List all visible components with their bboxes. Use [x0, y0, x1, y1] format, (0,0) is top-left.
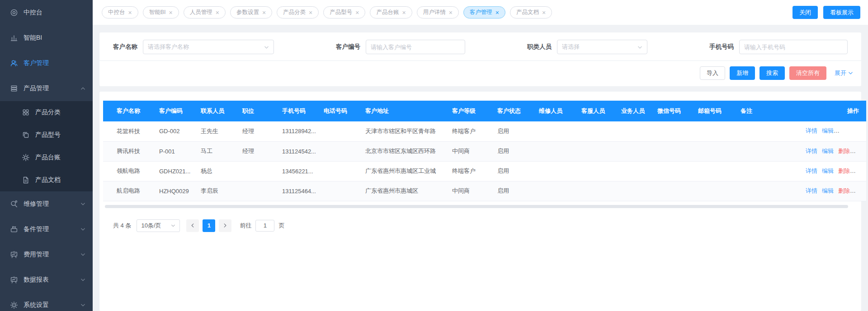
delete-link[interactable]: 删除 [841, 127, 853, 134]
table-cell: P-001 [156, 141, 198, 161]
close-tab-icon[interactable]: × [542, 9, 546, 16]
table-cell [618, 181, 655, 201]
chevron-down-icon [80, 303, 85, 307]
mobile-input[interactable] [739, 40, 848, 54]
table-cell: 杨总 [198, 161, 240, 181]
table-cell: 中间商 [449, 141, 495, 161]
close-tab-icon[interactable]: × [449, 9, 453, 16]
edit-link[interactable]: 编辑 [822, 187, 834, 194]
tab-personnel-mgmt[interactable]: 人员管理× [184, 6, 226, 19]
clear-all-button[interactable]: 清空所有 [789, 66, 826, 80]
horizontal-scrollbar-thumb[interactable] [105, 205, 848, 208]
horizontal-scrollbar[interactable] [105, 205, 856, 209]
tab-label: 产品文档 [516, 9, 539, 16]
expense-icon [10, 251, 18, 259]
sidebar-item-label: 维修管理 [24, 200, 80, 208]
table-cell: 启用 [495, 141, 536, 161]
disable-link[interactable]: 禁用 [857, 127, 866, 134]
row-actions: 详情编辑删除禁用 [798, 121, 866, 141]
sidebar-item-customer-mgmt[interactable]: 客户管理 [0, 51, 93, 76]
tab-label: 智能BI [149, 9, 166, 16]
disable-link[interactable]: 禁用 [854, 148, 866, 154]
filter-field-mobile: 手机号码 [709, 40, 848, 54]
tab-product-model[interactable]: 产品型号× [323, 6, 365, 19]
close-tab-icon[interactable]: × [262, 9, 266, 16]
detail-link[interactable]: 详情 [806, 167, 817, 174]
close-tab-icon[interactable]: × [216, 9, 219, 16]
sidebar-item-smart-bi[interactable]: 智能BI [0, 25, 93, 51]
tab-product-category[interactable]: 产品分类× [277, 6, 319, 19]
chevron-right-icon [223, 223, 227, 228]
edit-link[interactable]: 编辑 [822, 167, 834, 174]
kanban-button[interactable]: 看板展示 [823, 6, 860, 19]
edit-link[interactable]: 编辑 [822, 127, 834, 134]
open-tabs: 中控台×智能BI×人员管理×参数设置×产品分类×产品型号×产品台账×用户详情×客… [102, 6, 793, 19]
import-button[interactable]: 导入 [700, 66, 725, 80]
detail-link[interactable]: 详情 [806, 127, 817, 134]
sidebar-item-product-category[interactable]: 产品分类 [0, 101, 93, 124]
table-cell: 广东省惠州市惠城区 [363, 181, 449, 201]
table-cell [695, 161, 738, 181]
sidebar-item-product-ledger[interactable]: 产品台账 [0, 146, 93, 169]
table-cell [655, 161, 695, 181]
customer-name-select[interactable]: 请选择客户名称 [143, 40, 274, 54]
search-button[interactable]: 搜索 [760, 66, 785, 80]
goto-page-group: 前往 页 [240, 220, 284, 232]
goto-label: 前往 [240, 222, 251, 230]
table-cell: 北京市市辖区东城区西环路 [363, 141, 449, 161]
tab-user-detail[interactable]: 用户详情× [417, 6, 459, 19]
close-tab-icon[interactable]: × [128, 9, 132, 16]
tab-product-docs[interactable]: 产品文档× [510, 6, 552, 19]
tab-smart-bi[interactable]: 智能BI× [143, 6, 179, 19]
close-tab-icon[interactable]: × [495, 9, 499, 16]
tab-parameter-settings[interactable]: 参数设置× [230, 6, 272, 19]
sidebar-item-label: 客户管理 [24, 59, 85, 67]
close-tab-icon[interactable]: × [309, 9, 312, 16]
sidebar-item-data-reports[interactable]: 数据报表 [0, 267, 93, 292]
page-size-select[interactable]: 10条/页 [137, 219, 180, 232]
customer-code-input[interactable] [366, 40, 465, 54]
sidebar-item-system-settings[interactable]: 系统设置 [0, 292, 93, 311]
close-button[interactable]: 关闭 [793, 6, 818, 19]
next-page-button[interactable] [219, 219, 231, 232]
detail-link[interactable]: 详情 [806, 187, 817, 194]
model-copy-icon [22, 131, 30, 139]
sidebar-item-product-docs[interactable]: 产品文档 [0, 169, 93, 191]
page-number-button[interactable]: 1 [203, 219, 215, 232]
row-actions: 详情编辑删除禁用 [798, 161, 866, 181]
column-header: 备注 [738, 101, 798, 121]
chevron-down-icon [80, 253, 85, 256]
disable-link[interactable]: 禁用 [854, 167, 866, 174]
table-cell [618, 161, 655, 181]
sidebar-item-console[interactable]: 中控台 [0, 0, 93, 25]
column-header: 客服人员 [579, 101, 618, 121]
filter-field-customer-code: 客户编号 [336, 40, 465, 54]
job-personnel-select[interactable]: 请选择 [557, 40, 647, 54]
detail-link[interactable]: 详情 [806, 148, 817, 154]
tab-bar: 中控台×智能BI×人员管理×参数设置×产品分类×产品型号×产品台账×用户详情×客… [93, 0, 868, 25]
column-header: 职位 [240, 101, 279, 121]
sidebar-item-repair-mgmt[interactable]: 维修管理 [0, 191, 93, 217]
sidebar-item-product-model[interactable]: 产品型号 [0, 124, 93, 146]
add-button[interactable]: 新增 [730, 66, 755, 80]
close-tab-icon[interactable]: × [355, 9, 359, 16]
customer-table: 客户名称客户编码联系人员职位手机号码电话号码客户地址客户等级客户状态维修人员客服… [103, 101, 866, 201]
expand-filters-link[interactable]: 展开 [835, 69, 853, 77]
sidebar-item-expense-mgmt[interactable]: 费用管理 [0, 242, 93, 267]
header-actions: 关闭看板展示 [793, 6, 860, 19]
tab-customer-mgmt[interactable]: 客户管理× [463, 6, 505, 19]
close-tab-icon[interactable]: × [169, 9, 173, 16]
delete-link[interactable]: 删除 [838, 148, 850, 154]
prev-page-button[interactable] [186, 219, 199, 232]
delete-link[interactable]: 删除 [838, 187, 850, 194]
disable-link[interactable]: 禁用 [854, 187, 866, 194]
edit-link[interactable]: 编辑 [822, 148, 834, 154]
goto-page-input[interactable] [255, 220, 274, 232]
sidebar-item-product-mgmt[interactable]: 产品管理 [0, 76, 93, 101]
delete-link[interactable]: 删除 [838, 167, 850, 174]
tab-console[interactable]: 中控台× [102, 6, 138, 19]
close-tab-icon[interactable]: × [402, 9, 406, 16]
column-header: 手机号码 [279, 101, 321, 121]
tab-product-ledger[interactable]: 产品台账× [370, 6, 412, 19]
sidebar-item-spare-parts-mgmt[interactable]: 备件管理 [0, 217, 93, 242]
